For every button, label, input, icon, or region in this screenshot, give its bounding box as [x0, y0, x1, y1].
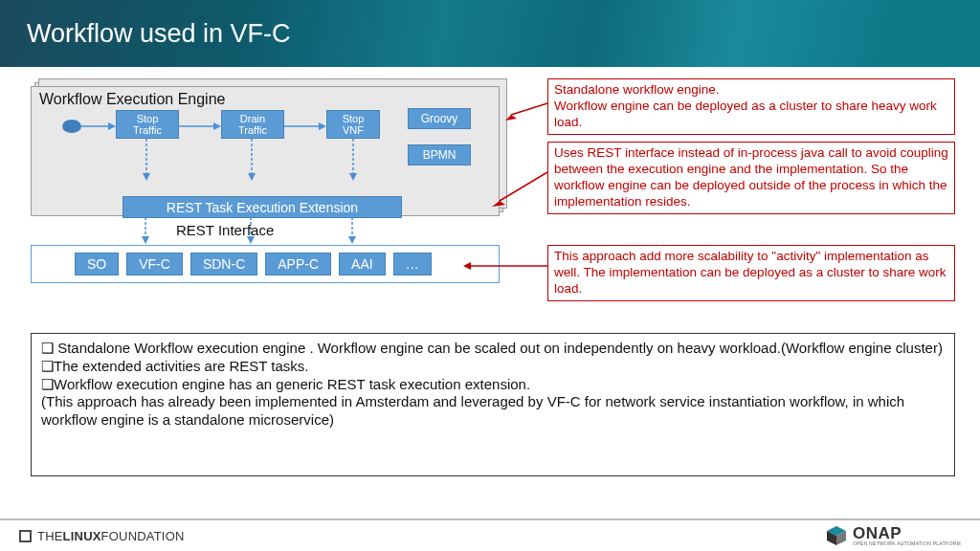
lf-text: THELINUXFOUNDATION [37, 529, 185, 543]
task-drain-traffic: DrainTraffic [221, 110, 284, 139]
callout-scalability: This approach add more scalability to "a… [547, 245, 955, 301]
bullet-1: Standalone Workflow execution engine . W… [57, 340, 943, 356]
svg-marker-13 [142, 236, 149, 244]
bullet-4: (This approach has already been implemen… [41, 393, 904, 428]
slide-title: Workflow used in VF-C [27, 19, 291, 49]
svg-marker-9 [248, 173, 256, 181]
start-node-icon [62, 120, 81, 133]
onap-logo: ONAP OPEN NETWORK AUTOMATION PLATFORM [826, 525, 961, 546]
onap-text: ONAP OPEN NETWORK AUTOMATION PLATFORM [853, 525, 961, 546]
callout-engine: Standalone workflow engine.Workflow engi… [547, 78, 955, 135]
bullet-3: Workflow execution engine has an generic… [54, 376, 530, 392]
svg-marker-5 [319, 122, 326, 130]
bullet-2: The extended activities are REST tasks. [54, 358, 309, 374]
slide-header: Workflow used in VF-C [0, 0, 980, 67]
down-arrow-icon [143, 139, 150, 181]
svg-marker-7 [143, 173, 150, 181]
service-vfc: VF-C [126, 253, 183, 276]
down-arrow-icon [349, 139, 357, 181]
svg-marker-11 [349, 173, 357, 181]
service-more: … [393, 253, 432, 276]
flow-arrow-icon [284, 122, 326, 130]
svg-line-18 [511, 103, 547, 115]
down-arrow-icon [248, 139, 256, 181]
service-aai: AAI [339, 253, 386, 276]
callout-arrow-icon [503, 99, 551, 119]
slide-footer: THELINUXFOUNDATION ONAP OPEN NETWORK AUT… [0, 518, 980, 551]
rest-extension-bar: REST Task Execution Extension [122, 196, 402, 218]
workflow-engine-title: Workflow Execution Engine [39, 91, 491, 108]
bullets-box: ❑ Standalone Workflow execution engine .… [31, 333, 955, 476]
service-sdnc: SDN-C [190, 253, 257, 276]
svg-marker-1 [108, 122, 116, 130]
flow-arrow-icon [179, 122, 221, 130]
services-row: SO VF-C SDN-C APP-C AAI … [31, 245, 500, 283]
svg-marker-17 [348, 236, 356, 244]
svg-marker-3 [213, 122, 221, 130]
workflow-engine-panel: Workflow Execution Engine StopTraffic Dr… [31, 86, 500, 216]
service-appc: APP-C [265, 253, 331, 276]
linux-foundation-logo: THELINUXFOUNDATION [19, 529, 185, 543]
onap-cube-icon [826, 525, 847, 546]
callout-rest: Uses REST interface instead of in-proces… [547, 142, 955, 214]
flow-arrow-icon [81, 122, 116, 130]
badge-groovy: Groovy [408, 108, 471, 129]
task-stop-vnf: StopVNF [326, 110, 380, 139]
lf-square-icon [19, 530, 32, 542]
workflow-sequence: StopTraffic DrainTraffic StopVNF Groovy … [39, 110, 491, 169]
down-arrow-icon [348, 217, 356, 244]
down-arrow-icon [142, 217, 149, 244]
service-so: SO [75, 253, 119, 276]
task-stop-traffic: StopTraffic [116, 110, 179, 139]
rest-interface-label: REST Interface [176, 222, 274, 238]
badge-bpmn: BPMN [408, 144, 471, 165]
